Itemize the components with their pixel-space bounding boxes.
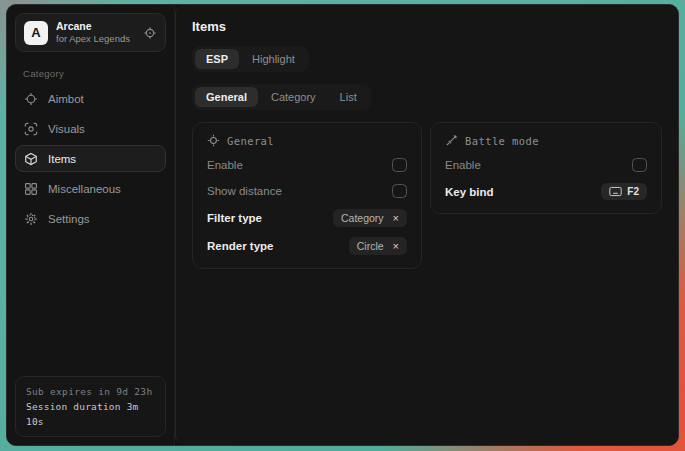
- sidebar-item-miscellaneous[interactable]: Miscellaneous: [15, 175, 166, 202]
- setting-label: Filter type: [207, 212, 262, 224]
- sidebar-item-label: Items: [48, 153, 76, 165]
- sidebar-item-label: Visuals: [48, 123, 85, 135]
- sidebar-item-visuals[interactable]: Visuals: [15, 115, 166, 142]
- setting-label: Enable: [445, 159, 481, 171]
- cards-row: General Enable Show distance Filter type…: [192, 122, 662, 269]
- sidebar-item-label: Aimbot: [48, 93, 84, 105]
- filter-type-select[interactable]: Category ×: [333, 209, 407, 227]
- show-distance-checkbox[interactable]: [392, 184, 407, 198]
- keyboard-icon: [609, 186, 622, 197]
- setting-row: Enable: [207, 157, 407, 173]
- general-card: General Enable Show distance Filter type…: [192, 122, 422, 269]
- setting-label: Render type: [207, 240, 273, 252]
- cube-icon: [24, 152, 38, 166]
- sub-expiry-text: Sub expires in 9d 23h: [26, 384, 155, 399]
- enable-checkbox[interactable]: [392, 158, 407, 172]
- general-card-header: General: [207, 134, 407, 147]
- select-value: Circle: [357, 240, 384, 252]
- select-value: Category: [341, 212, 384, 224]
- sidebar-item-aimbot[interactable]: Aimbot: [15, 85, 166, 112]
- keybind-button[interactable]: F2: [601, 183, 647, 200]
- tab-category[interactable]: Category: [260, 87, 327, 107]
- sidebar-item-settings[interactable]: Settings: [15, 205, 166, 232]
- sidebar-section-label: Category: [23, 68, 160, 79]
- tab-esp[interactable]: ESP: [195, 49, 239, 69]
- battle-enable-checkbox[interactable]: [632, 158, 647, 172]
- page-title: Items: [192, 19, 662, 34]
- app-window: A Arcane for Apex Legends Category: [6, 4, 679, 446]
- main-panel: Items ESP Highlight General Category Lis…: [175, 5, 678, 445]
- setting-row: Render type Circle ×: [207, 237, 407, 255]
- tab-general[interactable]: General: [195, 87, 258, 107]
- sidebar-item-label: Miscellaneous: [48, 183, 121, 195]
- mode-tabs: ESP Highlight: [192, 46, 309, 72]
- battle-mode-card: Battle mode Enable Key bind F2: [430, 122, 662, 214]
- setting-row: Enable: [445, 157, 647, 173]
- tab-list[interactable]: List: [329, 87, 368, 107]
- card-title: General: [227, 135, 274, 147]
- close-icon[interactable]: ×: [393, 213, 399, 224]
- battle-mode-card-header: Battle mode: [445, 134, 647, 147]
- sidebar-item-items[interactable]: Items: [15, 145, 166, 172]
- grid-icon: [24, 182, 38, 196]
- brand-card: A Arcane for Apex Legends: [15, 13, 166, 52]
- sidebar-spacer: [15, 232, 166, 376]
- setting-row: Show distance: [207, 183, 407, 199]
- crosshair-icon[interactable]: [143, 26, 157, 40]
- setting-label: Key bind: [445, 186, 494, 198]
- brand-title: Arcane: [56, 20, 135, 33]
- close-icon[interactable]: ×: [393, 241, 399, 252]
- session-duration-text: Session duration 3m 10s: [26, 399, 155, 429]
- brand-text: Arcane for Apex Legends: [56, 20, 135, 45]
- setting-row: Key bind F2: [445, 183, 647, 200]
- sidebar-nav: Aimbot Visuals Items: [15, 85, 166, 232]
- keybind-value: F2: [627, 186, 639, 197]
- brand-subtitle: for Apex Legends: [56, 33, 135, 45]
- app-logo: A: [24, 21, 48, 45]
- sword-icon: [445, 134, 458, 147]
- viewfinder-icon: [207, 134, 220, 147]
- scan-icon: [24, 122, 38, 136]
- card-title: Battle mode: [465, 135, 539, 147]
- setting-row: Filter type Category ×: [207, 209, 407, 227]
- tab-highlight[interactable]: Highlight: [241, 49, 306, 69]
- gear-icon: [24, 212, 38, 226]
- sidebar: A Arcane for Apex Legends Category: [7, 5, 175, 445]
- setting-label: Enable: [207, 159, 243, 171]
- subscription-card: Sub expires in 9d 23h Session duration 3…: [15, 376, 166, 437]
- crosshair-icon: [24, 92, 38, 106]
- setting-label: Show distance: [207, 185, 282, 197]
- sub-tabs: General Category List: [192, 84, 371, 110]
- sidebar-item-label: Settings: [48, 213, 90, 225]
- render-type-select[interactable]: Circle ×: [349, 237, 407, 255]
